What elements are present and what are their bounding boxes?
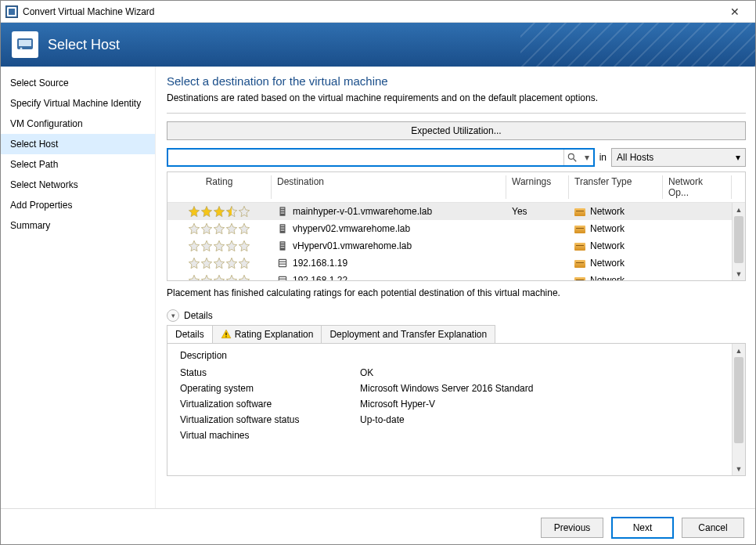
search-box[interactable]: ▾ (167, 148, 595, 167)
table-row[interactable]: vHyperv01.vmwarehome.labNetwork (167, 237, 745, 254)
rating-stars (174, 205, 265, 218)
svg-rect-11 (281, 228, 285, 229)
col-network-op[interactable]: Network Op... (662, 172, 731, 202)
scroll-down-icon[interactable]: ▼ (733, 267, 745, 280)
svg-point-2 (20, 48, 23, 50)
scroll-thumb[interactable] (734, 216, 743, 263)
destination-cell: vHyperv01.vmwarehome.lab (271, 240, 506, 252)
detail-row: Operating systemMicrosoft Windows Server… (180, 383, 718, 394)
warnings-cell: Yes (506, 206, 568, 217)
chevron-down-icon: ▾ (736, 152, 740, 163)
tab-deployment-transfer[interactable]: Deployment and Transfer Explanation (321, 325, 495, 343)
detail-row: StatusOK (180, 367, 718, 378)
transfer-cell: Network (568, 206, 662, 217)
scroll-thumb[interactable] (734, 357, 743, 443)
nav-select-path[interactable]: Select Path (1, 154, 155, 175)
details-scrollbar[interactable]: ▲ ▼ (732, 344, 745, 475)
tab-rating-explanation[interactable]: Rating Explanation (212, 325, 322, 343)
host-table: Rating Destination Warnings Transfer Typ… (167, 171, 746, 281)
details-description-header: Description (180, 350, 718, 361)
transfer-cell: Network (568, 240, 662, 251)
network-icon (574, 260, 585, 268)
transfer-cell: Network (568, 223, 662, 234)
svg-point-3 (568, 153, 574, 159)
svg-rect-17 (279, 260, 286, 267)
col-transfer-type[interactable]: Transfer Type (568, 172, 662, 202)
nav-add-properties[interactable]: Add Properties (1, 195, 155, 215)
network-icon (574, 243, 585, 251)
table-row[interactable]: 192.168.1.22Network (167, 272, 745, 280)
details-toggle[interactable]: ▾ (167, 309, 179, 322)
nav-select-networks[interactable]: Select Networks (1, 175, 155, 195)
in-label: in (599, 152, 607, 163)
server-icon (277, 206, 288, 217)
detail-key: Virtualization software (180, 399, 360, 410)
svg-rect-24 (225, 336, 226, 337)
app-icon (5, 5, 18, 18)
nav-specify-vm-identity[interactable]: Specify Virtual Machine Identity (1, 93, 155, 114)
svg-rect-8 (281, 213, 285, 215)
details-panel: Description StatusOKOperating systemMicr… (167, 343, 746, 476)
table-row[interactable]: vhyperv02.vmwarehome.labNetwork (167, 220, 745, 237)
svg-rect-10 (281, 226, 285, 227)
table-scrollbar[interactable]: ▲ ▼ (732, 203, 745, 280)
destination-cell: mainhyper-v-01.vmwarehome.lab (271, 206, 506, 218)
library-icon (277, 258, 288, 269)
transfer-cell: Network (568, 258, 662, 269)
rating-stars (174, 274, 265, 280)
server-icon (277, 240, 288, 251)
table-row[interactable]: mainhyper-v-01.vmwarehome.labYesNetwork (167, 203, 745, 220)
search-options-dropdown[interactable]: ▾ (581, 150, 593, 165)
detail-key: Operating system (180, 383, 360, 394)
col-rating[interactable]: Rating (167, 172, 271, 202)
nav-select-source[interactable]: Select Source (1, 73, 155, 93)
table-header: Rating Destination Warnings Transfer Typ… (167, 172, 745, 203)
table-row[interactable]: 192.168.1.19Network (167, 254, 745, 272)
tab-details[interactable]: Details (167, 325, 213, 343)
nav-vm-configuration[interactable]: VM Configuration (1, 114, 155, 134)
col-destination[interactable]: Destination (271, 172, 506, 202)
destination-cell: vhyperv02.vmwarehome.lab (271, 223, 506, 235)
search-icon[interactable] (563, 150, 581, 165)
nav-select-host[interactable]: Select Host (1, 134, 155, 154)
nav-summary[interactable]: Summary (1, 215, 155, 236)
svg-rect-15 (281, 245, 285, 247)
details-label: Details (184, 310, 213, 321)
detail-value: Microsoft Hyper-V (360, 399, 718, 410)
details-tabs: Details Rating Explanation Deployment an… (167, 325, 746, 343)
wizard-step-icon (12, 31, 38, 58)
svg-rect-7 (281, 211, 285, 212)
col-warnings[interactable]: Warnings (506, 172, 568, 202)
host-scope-select[interactable]: All Hosts ▾ (611, 148, 746, 167)
svg-line-4 (574, 159, 577, 162)
scroll-up-icon[interactable]: ▲ (733, 344, 745, 357)
previous-button[interactable]: Previous (541, 518, 603, 538)
detail-value (360, 430, 718, 441)
table-body: mainhyper-v-01.vmwarehome.labYesNetworkv… (167, 203, 745, 280)
col-scrollbar-spacer (731, 172, 745, 202)
destination-cell: 192.168.1.19 (271, 258, 506, 269)
expected-utilization-button[interactable]: Expected Utilization... (167, 121, 746, 140)
detail-value: Microsoft Windows Server 2016 Standard (360, 383, 718, 394)
scroll-up-icon[interactable]: ▲ (733, 203, 745, 216)
scroll-down-icon[interactable]: ▼ (733, 462, 745, 475)
wizard-footer: Previous Next Cancel (1, 508, 755, 545)
cancel-button[interactable]: Cancel (682, 518, 744, 538)
host-scope-value: All Hosts (617, 152, 653, 163)
server-icon (277, 223, 288, 234)
rating-stars (174, 240, 265, 252)
divider (167, 113, 746, 114)
svg-rect-20 (279, 277, 286, 280)
network-icon (574, 226, 585, 233)
search-input[interactable] (168, 150, 563, 165)
detail-key: Virtual machines (180, 430, 360, 441)
detail-value: Up-to-date (360, 414, 718, 425)
svg-rect-23 (225, 333, 226, 336)
window-close-button[interactable]: ✕ (719, 5, 751, 18)
next-button[interactable]: Next (611, 517, 674, 539)
wizard-nav: Select Source Specify Virtual Machine Id… (1, 67, 156, 508)
svg-rect-16 (281, 247, 285, 249)
svg-rect-1 (19, 40, 31, 46)
detail-row: Virtualization software statusUp-to-date (180, 414, 718, 425)
page-subtitle: Destinations are rated based on the virt… (167, 92, 746, 103)
